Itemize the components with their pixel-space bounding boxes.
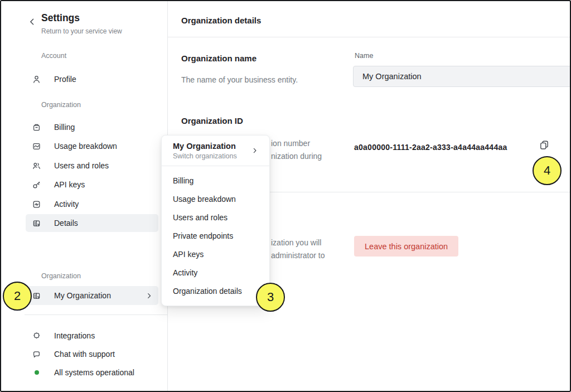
leave-organization-button[interactable]: Leave this organization [354,236,458,257]
sidebar-item-label: Activity [54,200,79,209]
sidebar-item-my-organization[interactable]: My Organization [26,286,158,305]
name-field-label: Name [355,52,373,60]
sidebar-item-users-and-roles[interactable]: Users and roles [26,157,158,175]
chevron-right-icon [146,292,153,299]
menu-item-users-and-roles[interactable]: Users and roles [162,208,269,226]
screenshot-frame: Settings Return to your service view Acc… [0,0,571,392]
page-title: Organization details [181,16,261,25]
section-label-account: Account [41,52,66,60]
dropdown-header[interactable]: My Organization Switch organizations [162,135,269,166]
dropdown-menu-list: Billing Usage breakdown Users and roles … [162,166,269,306]
chat-icon [32,350,41,359]
divider [167,37,570,37]
leave-description-fragment: administrator to [271,251,325,260]
dropdown-org-name: My Organization [173,142,262,151]
sidebar-item-label: Chat with support [54,350,115,359]
sidebar-item-label: Usage breakdown [54,142,117,151]
organization-switcher-dropdown: My Organization Switch organizations Bil… [161,135,270,306]
sidebar-item-label: Profile [54,75,76,84]
status-label: All systems operational [54,368,134,377]
chevron-right-icon [251,147,258,154]
section-label-organization: Organization [41,101,81,109]
divider [25,314,167,315]
organization-icon [32,219,41,228]
sidebar-item-label: Users and roles [54,161,109,170]
sidebar-item-billing[interactable]: Billing [26,118,158,136]
users-icon [32,161,41,171]
menu-item-activity[interactable]: Activity [162,263,269,282]
org-name-section-description: The name of your business entity. [181,75,298,84]
menu-item-api-keys[interactable]: API keys [162,245,269,263]
organization-icon [32,291,41,301]
org-id-description-fragment: nization during [271,152,322,161]
user-icon [32,75,41,84]
sidebar-item-chat-with-support[interactable]: Chat with support [26,346,158,362]
annotation-badge-3: 3 [256,283,285,312]
copy-button[interactable] [538,139,551,153]
org-id-description-fragment: ion number [271,139,310,148]
menu-item-billing[interactable]: Billing [162,171,269,190]
leave-description-fragment: ization you will [271,238,321,247]
sidebar-item-api-keys[interactable]: API keys [26,176,158,193]
organization-name-input[interactable] [353,66,571,87]
org-name-section-title: Organization name [181,54,257,63]
org-id-section-title: Organization ID [181,116,243,125]
sidebar-item-integrations[interactable]: Integrations [26,327,158,344]
status-dot [35,370,39,375]
sidebar-item-usage-breakdown[interactable]: Usage breakdown [26,137,158,155]
sidebar-item-details[interactable]: Details [26,214,158,232]
usage-chart-icon [32,142,41,151]
back-button[interactable] [28,17,38,27]
sidebar-item-label: Integrations [54,331,95,340]
menu-item-private-endpoints[interactable]: Private endpoints [162,226,269,245]
sidebar-subtitle: Return to your service view [41,27,122,35]
menu-item-organization-details[interactable]: Organization details [162,282,269,300]
dropdown-subtitle: Switch organizations [173,152,262,160]
puzzle-icon [32,331,41,341]
sidebar-item-profile[interactable]: Profile [26,70,158,88]
organization-id-value: a0a00000-1111-2aa2-a333-a4a44aa444aa [354,143,507,152]
billing-icon [32,123,41,132]
section-label-organization-2: Organization [41,272,81,280]
sidebar-item-label: My Organization [54,291,111,300]
sidebar-item-system-status[interactable]: All systems operational [26,364,158,381]
menu-item-usage-breakdown[interactable]: Usage breakdown [162,190,269,208]
activity-icon [32,200,41,209]
sidebar-item-label: Billing [54,123,75,132]
sidebar-item-label: API keys [54,180,85,189]
key-icon [32,180,41,190]
sidebar: Settings Return to your service view Acc… [1,1,167,391]
sidebar-item-label: Details [54,219,78,228]
annotation-badge-2: 2 [3,282,32,311]
annotation-badge-4: 4 [533,156,562,185]
sidebar-title: Settings [41,12,80,24]
copy-icon [539,139,550,153]
sidebar-item-activity[interactable]: Activity [26,195,158,213]
chevron-left-icon [28,18,37,28]
